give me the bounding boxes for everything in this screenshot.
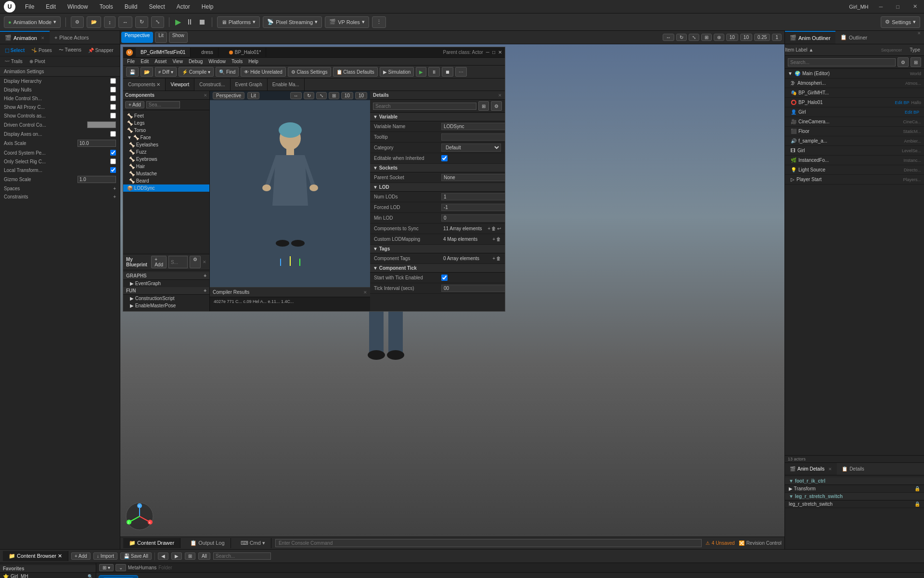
save-all-btn[interactable]: 💾 Save All [120, 552, 152, 560]
outliner-instanced-foliage[interactable]: 🌿 InstancedFo... Instanc... [785, 156, 924, 165]
bp-tab-event-graph[interactable]: Event Graph [231, 79, 268, 91]
transform-select[interactable]: ↕ [104, 16, 116, 28]
menu-edit[interactable]: Edit [44, 2, 58, 11]
tab-outliner[interactable]: 📋 Outliner [835, 31, 873, 44]
platforms-btn[interactable]: 🖥 Platforms ▾ [217, 16, 260, 28]
outliner-girl[interactable]: 👤 Girl Edit BP [785, 107, 924, 117]
delete-sync-icon[interactable]: 🗑 [491, 226, 496, 231]
revision-control-status[interactable]: 🔀 Revision Control [739, 540, 782, 546]
compile-btn[interactable]: ⚡ Compile ▾ [179, 67, 214, 77]
outliner-settings-btn[interactable]: ⚙ [898, 57, 909, 67]
mybp-enable-master[interactable]: ▶ EnableMasterPose [123, 302, 209, 309]
more-btn[interactable]: ⋮ [372, 16, 386, 28]
menu-actor[interactable]: Actor [175, 2, 192, 11]
inner-window-close[interactable]: ✕ [498, 50, 502, 55]
close-components[interactable]: ✕ [204, 93, 207, 98]
sort-btn[interactable]: ⌄ [116, 564, 126, 571]
bp-angle-btn[interactable]: 10 [355, 92, 367, 99]
view-options[interactable]: ⊞ [185, 552, 195, 560]
outliner-girl-mh[interactable]: 🎭 BP_GirlMHT... [785, 88, 924, 98]
sequencer-tab[interactable]: Sequencer [877, 48, 906, 53]
window-close[interactable]: ✕ [910, 3, 920, 10]
pivot-tool[interactable]: ⊕ Pivot [27, 58, 47, 65]
bp-tab-file[interactable]: BP_GirlMHTestFin01 [136, 48, 191, 57]
comp-face[interactable]: ▼ 🦴 Face [123, 134, 209, 141]
variable-name-input[interactable] [441, 123, 505, 130]
grid-icon[interactable]: ⊞ [701, 34, 712, 41]
tick-enabled-checkbox[interactable] [441, 275, 448, 281]
variable-section[interactable]: ▼ Variable [370, 113, 505, 121]
grid-size-btn[interactable]: 10 [726, 34, 738, 41]
comp-mustache[interactable]: 🦴 Mustache [123, 170, 209, 177]
bp-grid-btn[interactable]: ⊞ [329, 92, 339, 99]
tab-place-actors[interactable]: + Place Actors [50, 31, 94, 44]
comp-torso[interactable]: 🦴 Torso [123, 127, 209, 134]
add-tag-icon[interactable]: + [492, 256, 495, 261]
bp-tab-dress[interactable]: dress [196, 48, 218, 57]
details-tab[interactable]: 📋 Details [837, 463, 869, 475]
close-details[interactable]: ✕ [498, 93, 502, 98]
color-swatch[interactable] [87, 121, 116, 128]
component-tick-section[interactable]: ▼ Component Tick [370, 264, 505, 273]
component-search[interactable] [146, 101, 180, 108]
tab-cmd[interactable]: ⌨ Cmd ▾ [235, 538, 271, 548]
menu-build[interactable]: Build [123, 2, 140, 11]
outliner-sample[interactable]: 🔊 f_sample_a... Ambier... [785, 136, 924, 146]
bp-tab-halo[interactable]: BP_Halo01* [224, 48, 266, 57]
camera-speed-btn[interactable]: 1 [772, 34, 782, 41]
source-control-btn[interactable]: ⚙ [71, 16, 84, 28]
stop-button[interactable]: ⏹ [197, 18, 207, 26]
select-tool[interactable]: ⬚ Select [3, 47, 26, 53]
pixel-streaming-btn[interactable]: 📡 Pixel Streaming ▾ [263, 16, 322, 28]
tweens-tool[interactable]: 〜 Tweens [57, 46, 83, 54]
outliner-girl2[interactable]: 🎞 Girl LevelSe... [785, 146, 924, 156]
outliner-filter-btn[interactable]: ⊞ [911, 57, 921, 67]
all-toggle[interactable]: All [198, 552, 210, 560]
play-bp-btn[interactable]: ▶ [416, 67, 426, 77]
comp-eyebrows[interactable]: 🦴 Eyebrows [123, 156, 209, 163]
transform-move[interactable]: ↔ [118, 16, 132, 28]
diff-btn[interactable]: ≠ Diff ▾ [155, 67, 177, 77]
outliner-search-input[interactable] [788, 58, 896, 66]
bp-tab-construction[interactable]: Constructi... [194, 79, 230, 91]
angle-snap-btn[interactable]: 10 [740, 34, 752, 41]
tick-interval-input[interactable] [441, 285, 505, 292]
comp-lodsync[interactable]: 📦 LODSync [123, 184, 209, 192]
forced-lod-input[interactable] [441, 204, 505, 211]
add-sync-icon[interactable]: + [488, 226, 490, 231]
scale-icon[interactable]: ⤡ [689, 34, 699, 41]
comp-hair[interactable]: 🦴 Hair [123, 163, 209, 170]
num-lods-input[interactable] [441, 193, 505, 200]
search-favorites[interactable]: 🔍 [88, 574, 93, 578]
hide-unrelated-btn[interactable]: 👁 Hide Unrelated [241, 67, 285, 77]
snap-icon[interactable]: ⊛ [714, 34, 724, 41]
outliner-cine-camera[interactable]: 🎥 CineCamera... CineCa... [785, 117, 924, 127]
mybp-event-graph[interactable]: ▶ EventGraph [123, 280, 209, 287]
outliner-atmosphere[interactable]: 🌫 Atmospheri... Atmos... [785, 79, 924, 88]
details-grid-btn[interactable]: ⊞ [478, 101, 489, 111]
pause-bp-btn[interactable]: ⏸ [428, 67, 440, 77]
play-button[interactable]: ▶ [174, 17, 182, 26]
details-search-input[interactable] [373, 103, 476, 110]
delete-tag-icon[interactable]: 🗑 [496, 256, 501, 261]
outliner-main-editor[interactable]: ▼ 🌍 Main (Editor) World [785, 69, 924, 79]
close-icon[interactable]: ✕ [41, 36, 45, 40]
outliner-halo[interactable]: ⭕ BP_Halo01 Edit BP Hallo [785, 98, 924, 107]
outliner-floor[interactable]: ⬛ Floor StaticM... [785, 127, 924, 136]
add-asset-btn[interactable]: + Add [71, 552, 90, 560]
pause-button[interactable]: ⏸ [185, 18, 194, 26]
vp-roles-btn[interactable]: 🎬 VP Roles ▾ [325, 16, 369, 28]
mybp-settings-btn[interactable]: ⚙ [190, 256, 201, 268]
comp-legs[interactable]: 🦴 Legs [123, 119, 209, 127]
perspective-btn[interactable]: Perspective [121, 32, 153, 43]
tags-section[interactable]: ▼ Tags [370, 245, 505, 253]
menu-file[interactable]: File [23, 2, 36, 11]
bp-snap-btn[interactable]: 10 [341, 92, 353, 99]
import-btn[interactable]: ↓ Import [93, 552, 117, 560]
content-drawer-btn[interactable]: 📂 [87, 16, 101, 28]
add-space-icon[interactable]: + [113, 186, 116, 191]
tooltip-input[interactable] [441, 133, 505, 141]
tab-content-drawer[interactable]: 📁 Content Drawer [123, 538, 180, 548]
show-btn[interactable]: Show [169, 32, 188, 43]
tab-animation[interactable]: 🎬 Animation ✕ [0, 31, 50, 44]
